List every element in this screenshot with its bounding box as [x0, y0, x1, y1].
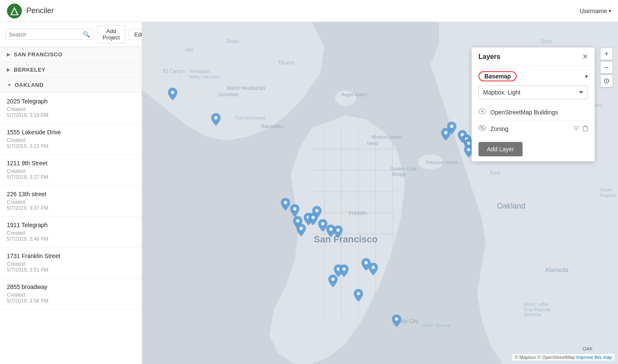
layer-item-osm-buildings: OpenStreetMap Buildings: [472, 104, 595, 120]
project-meta: Created:5/7/2019, 3:56 PM: [7, 292, 135, 304]
project-name: 2025 Telegraph: [7, 98, 135, 105]
svg-text:Regiona: Regiona: [600, 193, 616, 198]
project-meta: Created:5/7/2019, 3:46 PM: [7, 230, 135, 242]
svg-point-55: [321, 222, 324, 225]
city-chevron-icon: ▶: [7, 67, 11, 72]
layer-name-zoning: Zoning: [490, 125, 569, 132]
svg-text:Presidio: Presidio: [349, 210, 367, 216]
project-item-3[interactable]: 226 13th street Created:5/7/2019, 3:37 P…: [0, 186, 142, 217]
map-pin-10[interactable]: [333, 225, 343, 240]
svg-text:Martin Luther: Martin Luther: [524, 302, 549, 307]
svg-point-78: [481, 111, 484, 113]
map-pin-16[interactable]: [328, 275, 338, 289]
svg-point-60: [342, 267, 346, 271]
pin-icon: [354, 289, 363, 302]
project-item-0[interactable]: 2025 Telegraph Created:5/7/2019, 3:19 PM: [0, 93, 142, 124]
city-group-san-francisco: ▶SAN FRANCISCO: [0, 47, 142, 62]
svg-text:Drinc: Drinc: [541, 39, 553, 44]
map-pin-13[interactable]: [339, 264, 349, 279]
edit-button[interactable]: Edit: [129, 29, 142, 40]
visibility-off-icon[interactable]: [478, 125, 486, 133]
layer-item-zoning: Zoning: [472, 120, 595, 137]
zoom-in-button[interactable]: +: [600, 47, 613, 60]
username-button[interactable]: Username: [579, 8, 611, 14]
layer-delete-button[interactable]: [583, 125, 588, 133]
map-pin-0[interactable]: [168, 88, 177, 102]
add-project-button[interactable]: Add Project: [97, 25, 125, 43]
svg-point-57: [336, 228, 340, 232]
svg-point-63: [331, 278, 335, 281]
project-item-4[interactable]: 1911 Telegraph Created:5/7/2019, 3:46 PM: [0, 217, 142, 247]
svg-text:Redw: Redw: [600, 187, 612, 192]
sidebar: 🔍 Add Project Edit ▶SAN FRANCISCO▶BERKEL…: [0, 22, 142, 364]
svg-point-62: [372, 266, 375, 269]
reset-view-button[interactable]: [600, 75, 613, 87]
visibility-on-icon[interactable]: [478, 108, 486, 116]
add-layer-button[interactable]: Add Layer: [478, 142, 523, 156]
zoom-out-button[interactable]: −: [600, 61, 613, 74]
map-pin-17[interactable]: [354, 289, 363, 303]
project-name: 1211 9th Street: [7, 160, 135, 167]
city-header-1[interactable]: ▶BERKELEY: [0, 62, 142, 78]
pin-icon: [211, 113, 221, 126]
map-pin-18[interactable]: [392, 314, 401, 329]
improve-map-link[interactable]: Improve this map: [576, 355, 612, 360]
svg-point-47: [171, 91, 174, 94]
svg-point-56: [329, 228, 333, 231]
layers-title: Layers: [478, 53, 501, 61]
layers-basemap-section: Basemap ▾ Mapbox: Light Mapbox: Dark Map…: [472, 66, 595, 104]
main-content: 🔍 Add Project Edit ▶SAN FRANCISCO▶BERKEL…: [0, 22, 618, 364]
map-area[interactable]: San Francisco Oakland Alameda Sausalito …: [142, 22, 618, 364]
pin-icon: [296, 224, 306, 236]
map-pin-7[interactable]: [312, 206, 322, 220]
svg-text:Island: Island: [367, 141, 378, 146]
city-name: SAN FRANCISCO: [14, 51, 63, 58]
city-group-oakland: ▼OAKLAND 2025 Telegraph Created:5/7/2019…: [0, 78, 142, 309]
svg-text:Alto: Alto: [185, 47, 193, 53]
city-header-2[interactable]: ▼OAKLAND: [0, 78, 142, 93]
search-box[interactable]: 🔍: [5, 29, 94, 40]
svg-text:Marin Headlands: Marin Headlands: [227, 85, 266, 91]
layers-close-button[interactable]: ✕: [582, 53, 588, 61]
header-left: Penciler: [7, 3, 54, 19]
basemap-select[interactable]: Mapbox: Light Mapbox: Dark Mapbox: Stree…: [478, 86, 588, 99]
attribution-text: © Mapbox © OpenStreetMap: [515, 355, 575, 360]
map-pin-1[interactable]: [211, 113, 221, 128]
svg-text:Tamalpais: Tamalpais: [189, 69, 210, 74]
project-item-6[interactable]: 2855 broadway Created:5/7/2019, 3:56 PM: [0, 278, 142, 309]
svg-text:Bridge: Bridge: [392, 172, 406, 177]
search-input[interactable]: [9, 31, 80, 38]
svg-point-54: [315, 209, 319, 212]
project-item-2[interactable]: 1211 9th Street Created:5/7/2019, 3:27 P…: [0, 155, 142, 186]
pin-icon: [447, 122, 456, 134]
map-pin-2[interactable]: [281, 198, 290, 212]
svg-point-73: [606, 81, 607, 82]
svg-line-81: [479, 126, 485, 130]
svg-text:Alcatraz Island: Alcatraz Island: [371, 134, 402, 139]
pin-icon: [168, 88, 177, 100]
layers-panel-header: Layers ✕: [472, 47, 595, 66]
layer-filter-button[interactable]: [573, 125, 579, 133]
svg-rect-82: [583, 127, 587, 131]
svg-point-48: [214, 116, 218, 119]
svg-point-51: [296, 219, 299, 222]
map-pin-11[interactable]: [296, 224, 306, 238]
city-name: OAKLAND: [14, 82, 44, 88]
project-item-1[interactable]: 1555 Lakeside Drive Created:5/7/2019, 3:…: [0, 124, 142, 155]
svg-point-50: [293, 207, 296, 211]
map-pin-20[interactable]: [447, 122, 456, 136]
svg-text:Angel Island: Angel Island: [341, 92, 367, 97]
city-header-0[interactable]: ▶SAN FRANCISCO: [0, 47, 142, 62]
svg-text:Alameda: Alameda: [545, 267, 568, 273]
app-name: Penciler: [26, 6, 54, 15]
svg-text:Shoreline: Shoreline: [524, 312, 542, 317]
svg-text:Valley Junction: Valley Junction: [189, 74, 220, 79]
map-pin-15[interactable]: [369, 263, 378, 277]
basemap-chevron-icon[interactable]: ▾: [585, 73, 588, 80]
project-name: 1731 Franklin Street: [7, 253, 135, 259]
project-meta: Created:5/7/2019, 3:27 PM: [7, 168, 135, 180]
svg-text:Golden Gate: Golden Gate: [390, 166, 417, 171]
layers-panel: Layers ✕ Basemap ▾ Mapbox: Light Mapbox:…: [472, 47, 595, 161]
pin-icon: [281, 198, 290, 211]
project-item-5[interactable]: 1731 Franklin Street Created:5/7/2019, 3…: [0, 247, 142, 278]
